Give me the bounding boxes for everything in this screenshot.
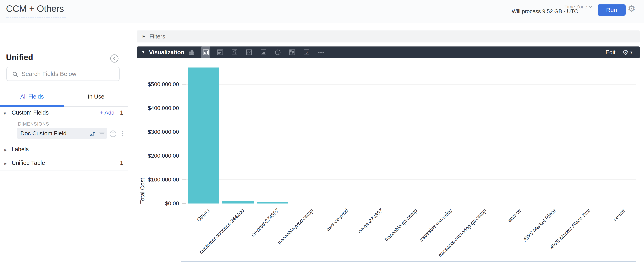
y-axis-tick-label: $400,000.00	[136, 105, 179, 111]
bar-ce-prod-274307[interactable]	[257, 202, 288, 203]
viz-edit-button[interactable]: Edit	[606, 49, 616, 56]
y-gridline	[186, 132, 636, 132]
run-button[interactable]: Run	[598, 5, 626, 16]
y-axis-tick	[182, 203, 186, 204]
title-dashed-underline	[6, 17, 66, 18]
x-axis-label: traceable-qa-setup	[384, 207, 418, 242]
y-axis-tick-label: $200,000.00	[136, 153, 179, 159]
y-axis-tick-label: $300,000.00	[136, 129, 179, 135]
single-chart-icon: 6	[303, 49, 310, 56]
viz-type-more-button[interactable]	[316, 47, 326, 58]
viz-type-column-button[interactable]	[201, 47, 210, 58]
y-gridline	[186, 108, 636, 108]
viz-type-line-button[interactable]	[244, 47, 254, 58]
scatter-chart-icon	[231, 49, 238, 56]
y-axis-tick	[182, 108, 186, 108]
viz-settings-dropdown[interactable]: ⚙ ▾	[622, 48, 632, 56]
pie-chart-icon	[274, 49, 282, 56]
y-gridline	[186, 84, 636, 84]
x-axis-label: AWS Market Place	[522, 207, 557, 243]
caret-down-icon[interactable]: ▾	[142, 50, 144, 55]
y-axis-tick-label: $0.00	[136, 200, 179, 207]
viz-type-switcher: 6	[187, 47, 326, 58]
page-title[interactable]: CCM + Others	[6, 3, 64, 14]
viz-type-area-button[interactable]	[259, 47, 268, 58]
caret-down-icon: ▾	[630, 50, 632, 55]
more-chart-icon	[318, 49, 324, 56]
gear-icon: ⚙	[622, 48, 628, 56]
bar-Others[interactable]	[188, 67, 219, 203]
column-chart-icon	[202, 49, 210, 56]
visualization-toolbar: ▾ Visualization 6 Edit ⚙ ▾	[136, 47, 640, 58]
bar-chart: Total Cost Doc Custom Field $0.00$100,00…	[0, 58, 644, 268]
filters-label: Filters	[150, 31, 165, 43]
x-axis-label: aws-ce-prod	[325, 207, 350, 232]
viz-type-map-button[interactable]	[288, 47, 297, 58]
area-chart-icon	[260, 49, 267, 56]
viz-type-bar-button[interactable]	[216, 47, 225, 58]
x-axis-label: ce-uat	[612, 207, 626, 222]
bar-customer-success-244100[interactable]	[222, 201, 254, 203]
x-axis-label: ce-prod-274307	[250, 207, 280, 238]
line-chart-icon	[246, 49, 252, 56]
viz-type-pie-button[interactable]	[273, 47, 282, 58]
x-axis-label: traceable-mirroring	[418, 207, 453, 243]
y-axis-tick	[182, 84, 186, 84]
chevron-down-icon	[589, 6, 592, 8]
x-axis-label: traceable-prod-setup	[276, 207, 315, 246]
viz-type-scatter-button[interactable]	[230, 47, 239, 58]
process-size-status: Will process 9.52 GB · UTC	[512, 9, 578, 15]
x-axis-label: Others	[196, 207, 211, 223]
x-axis-line	[180, 261, 636, 262]
visualization-label: Visualization	[149, 47, 184, 58]
y-axis-tick-label: $500,000.00	[136, 81, 179, 87]
map-chart-icon	[288, 49, 296, 56]
settings-gear-icon[interactable]: ⚙	[628, 5, 636, 13]
y-axis-tick-label: $100,000.00	[136, 177, 179, 183]
table-chart-icon	[188, 49, 195, 56]
top-header: CCM + Others Time Zone Will process 9.52…	[0, 0, 644, 23]
y-gridline	[186, 156, 636, 156]
x-axis-label: ce-qa-274307	[357, 207, 384, 234]
y-axis-tick	[182, 180, 186, 180]
svg-text:6: 6	[306, 50, 308, 55]
x-axis-label: aws-ce	[506, 207, 522, 223]
x-axis-label: AWS Market Place Test	[548, 207, 592, 250]
viz-type-table-button[interactable]	[187, 47, 196, 58]
bar-chart-icon	[216, 49, 224, 56]
filters-collapsed-bar[interactable]: ▸ Filters	[136, 31, 640, 43]
y-axis-tick	[182, 156, 186, 156]
viz-type-single-button[interactable]: 6	[302, 47, 311, 58]
caret-right-icon: ▸	[142, 33, 145, 39]
y-gridline	[186, 180, 636, 180]
y-axis-tick	[182, 132, 186, 132]
